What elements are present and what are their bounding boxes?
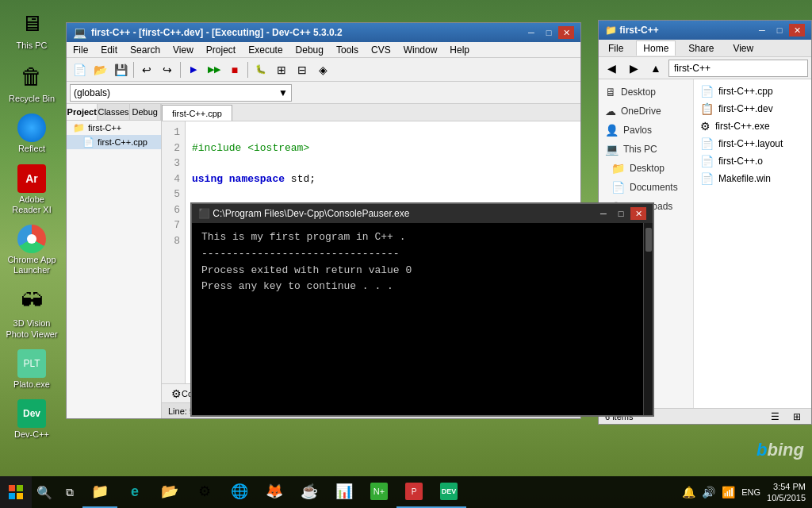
tab-debug[interactable]: Debug (130, 104, 161, 120)
explorer-ribbon: File Home Share View (599, 40, 811, 57)
tree-project-root[interactable]: 📁 first-C++ (67, 121, 161, 135)
desktop-icon-this-pc[interactable]: 🖥 This PC (3, 4, 60, 54)
menu-debug[interactable]: Debug (289, 42, 330, 58)
code-tabs: first-C++.cpp (162, 104, 580, 121)
toolbar-debug[interactable]: 🐛 (251, 60, 270, 79)
explorer-back-button[interactable]: ◀ (602, 59, 621, 78)
menu-edit[interactable]: Edit (94, 42, 124, 58)
taskbar-start-button[interactable] (0, 476, 32, 508)
file-item-makefile[interactable]: 📄 Makefile.win (694, 170, 811, 187)
toolbar-btn1[interactable]: ⊞ (272, 60, 291, 79)
file-item-layout[interactable]: 📄 first-C++.layout (694, 135, 811, 152)
file-item-cpp[interactable]: 📄 first-C++.cpp (694, 83, 811, 100)
desktop-icon-devcpp[interactable]: Dev Dev-C++ (3, 396, 60, 443)
nav-desktop[interactable]: 🖥 Desktop (599, 83, 693, 102)
plato-label: Plato.exe (13, 379, 50, 390)
taskbar-devcpp-icon: DEV (440, 483, 458, 500)
desktop-icon-3dvision[interactable]: 🕶 3D Vision Photo Viewer (3, 282, 60, 342)
toolbar-new[interactable]: 📄 (70, 60, 89, 79)
explorer-view-list-button[interactable]: ☰ (767, 410, 783, 424)
taskbar-app-chrome[interactable]: 🌐 (222, 476, 257, 508)
taskbar-clock[interactable]: 3:54 PM 10/5/2015 (767, 481, 806, 504)
taskbar-app-java[interactable]: ☕ (292, 476, 327, 508)
taskbar-app-devcpp[interactable]: DEV (431, 476, 466, 508)
desktop-icon-reflect[interactable]: Reflect (3, 110, 60, 157)
taskbar-app-edge[interactable]: e (117, 476, 152, 508)
tab-project[interactable]: Project (67, 104, 98, 120)
taskbar-app-firefox[interactable]: 🦊 (257, 476, 292, 508)
nav-thispc[interactable]: 💻 This PC (599, 140, 693, 159)
menu-tools[interactable]: Tools (330, 42, 365, 58)
nav-documents[interactable]: 📄 Documents (599, 178, 693, 197)
tab-classes[interactable]: Classes (98, 104, 129, 120)
explorer-address-bar[interactable]: first-C++ (668, 60, 808, 77)
taskbar-notification-icon[interactable]: 🔔 (682, 486, 695, 498)
menu-file[interactable]: File (67, 42, 94, 58)
menu-search[interactable]: Search (124, 42, 167, 58)
nav-pavlos[interactable]: 👤 Pavlos (599, 121, 693, 140)
toolbar-save[interactable]: 💾 (111, 60, 130, 79)
code-tab-label: first-C++.cpp (172, 109, 222, 118)
ribbon-tab-home[interactable]: Home (636, 40, 676, 56)
globals-dropdown[interactable]: (globals) ▼ (70, 84, 292, 102)
menu-project[interactable]: Project (200, 42, 242, 58)
desktop-icon-plato[interactable]: PLT Plato.exe (3, 346, 60, 393)
menu-cvs[interactable]: CVS (365, 42, 397, 58)
console-scrollbar[interactable] (643, 223, 653, 415)
taskbar-app-explorer[interactable]: 📁 (82, 476, 117, 508)
menu-view[interactable]: View (167, 42, 200, 58)
toolbar-open[interactable]: 📂 (90, 60, 109, 79)
taskbar-app-powerpoint[interactable]: P (396, 476, 431, 508)
taskbar-task-view-button[interactable]: ⧉ (57, 476, 82, 508)
toolbar-redo[interactable]: ↪ (158, 60, 177, 79)
toolbar-run[interactable]: ▶▶ (205, 60, 224, 79)
taskbar-network-icon[interactable]: 📶 (722, 486, 735, 498)
toolbar-undo[interactable]: ↩ (137, 60, 156, 79)
menu-window[interactable]: Window (397, 42, 444, 58)
devcpp-minimize-button[interactable]: ─ (523, 26, 539, 39)
desktop-icons-area: 🖥 This PC 🗑 Recycle Bin Reflect Ar Adobe… (0, 0, 63, 413)
taskbar-app-settings[interactable]: ⚙ (187, 476, 222, 508)
devcpp-title-text: first-C++ - [first-C++.dev] - [Executing… (91, 27, 343, 38)
ribbon-tab-view[interactable]: View (726, 41, 760, 56)
menu-execute[interactable]: Execute (242, 42, 289, 58)
file-item-o[interactable]: 📄 first-C++.o (694, 152, 811, 170)
desktop-icon-adobe-reader[interactable]: Ar Adobe Reader XI (3, 161, 60, 218)
menu-help[interactable]: Help (443, 42, 476, 58)
explorer-forward-button[interactable]: ▶ (624, 59, 643, 78)
taskbar-volume-icon[interactable]: 🔊 (702, 486, 715, 498)
devcpp-maximize-button[interactable]: □ (541, 26, 557, 39)
desktop-icon-recycle-bin[interactable]: 🗑 Recycle Bin (3, 57, 60, 107)
toolbar-stop[interactable]: ■ (225, 60, 244, 79)
nav-onedrive[interactable]: ☁ OneDrive (599, 102, 693, 121)
explorer-minimize-button[interactable]: ─ (754, 24, 770, 37)
toolbar-compile[interactable]: ▶ (184, 60, 203, 79)
desktop-icon-chrome-app-launcher[interactable]: Chrome App Launcher (3, 221, 60, 279)
nav-desktop2[interactable]: 📁 Desktop (599, 159, 693, 178)
explorer-close-button[interactable]: ✕ (789, 24, 805, 37)
adobe-reader-icon: Ar (17, 164, 46, 193)
devcpp-close-button[interactable]: ✕ (558, 26, 574, 39)
explorer-view-grid-button[interactable]: ⊞ (789, 410, 805, 424)
file-item-exe[interactable]: ⚙ first-C++.exe (694, 117, 811, 135)
adobe-reader-label: Adobe Reader XI (5, 194, 59, 215)
tree-file-item[interactable]: 📄 first-C++.cpp (67, 135, 161, 149)
explorer-maximize-button[interactable]: □ (772, 24, 787, 37)
ribbon-tab-file[interactable]: File (602, 41, 630, 56)
toolbar-btn3[interactable]: ◈ (313, 60, 332, 79)
toolbar-btn2[interactable]: ⊟ (293, 60, 312, 79)
explorer-up-button[interactable]: ▲ (646, 59, 665, 78)
taskbar-edge-icon: e (125, 482, 144, 501)
taskbar-app-notepadpp[interactable]: N+ (362, 476, 396, 508)
file-makefile-icon: 📄 (700, 172, 714, 185)
console-minimize-button[interactable]: ─ (596, 207, 611, 220)
console-close-button[interactable]: ✕ (630, 207, 646, 220)
file-item-dev[interactable]: 📋 first-C++.dev (694, 100, 811, 117)
console-maximize-button[interactable]: □ (613, 207, 629, 220)
code-tab-main[interactable]: first-C++.cpp (162, 105, 232, 121)
taskbar-app-office[interactable]: 📊 (327, 476, 362, 508)
ribbon-tab-share[interactable]: Share (682, 41, 720, 56)
taskbar-search-button[interactable]: 🔍 (32, 476, 57, 508)
file-makefile-name: Makefile.win (718, 173, 771, 184)
taskbar-app-filemanager[interactable]: 📂 (152, 476, 187, 508)
